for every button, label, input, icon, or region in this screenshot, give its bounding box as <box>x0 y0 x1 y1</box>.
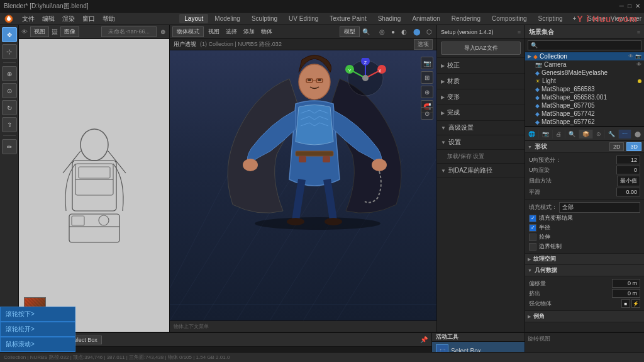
tool-measure[interactable]: ⊕ <box>2 66 17 81</box>
scene-item-mat3[interactable]: ◆ MatShape_657705 <box>525 101 644 110</box>
daz-advanced[interactable]: ▼ 高级设置 <box>437 121 525 135</box>
daz-section-finish[interactable]: ▶ 完成 <box>437 105 525 121</box>
tab-rendering[interactable]: Rendering <box>447 14 486 23</box>
menu-window[interactable]: 窗口 <box>79 14 98 23</box>
search-vp[interactable]: 🔍 <box>362 28 370 35</box>
daz-section-correct[interactable]: ▶ 校正 <box>437 58 525 74</box>
modifier-tab[interactable]: 🔧 <box>605 130 619 139</box>
material-tab[interactable]: ⬤ <box>631 130 644 139</box>
stretch-row[interactable]: 拉伸 <box>529 232 640 242</box>
object-menu-btn[interactable]: 物体 <box>259 28 274 36</box>
render-props-tab[interactable]: 📷 <box>539 130 553 139</box>
daz-path[interactable]: ▼ 到DAZ库的路径 <box>437 164 525 178</box>
render-icon-c[interactable]: 📷 <box>635 54 641 59</box>
tab-texture-paint[interactable]: Texture Paint <box>325 14 371 23</box>
smooth-input[interactable] <box>616 188 640 196</box>
menu-render[interactable]: 渲染 <box>59 14 78 23</box>
daz-options[interactable]: ≡ <box>518 29 521 35</box>
close-btn[interactable]: ✕ <box>635 3 640 9</box>
daz-settings[interactable]: ▼ 设置 <box>437 135 525 150</box>
options-btn[interactable]: 选项 <box>414 39 433 50</box>
fill-deform-row[interactable]: ✓ 填充变形结果 <box>529 213 640 223</box>
texture-space-header[interactable]: ▶ 纹理空间 <box>525 254 644 265</box>
tool-rotate[interactable]: ↻ <box>2 100 17 115</box>
minimize-btn[interactable]: ─ <box>619 3 624 9</box>
tab-uv-editing[interactable]: UV Editing <box>284 14 323 23</box>
view-props-tab[interactable]: 🔍 <box>565 130 579 139</box>
image-label[interactable]: 图像 <box>60 26 79 37</box>
blender-icon[interactable] <box>3 14 15 24</box>
scene-item-collection[interactable]: ▶ ◆ Collection 👁 📷 <box>525 52 644 60</box>
extrude-input[interactable] <box>612 289 640 298</box>
object-props-tab[interactable]: ⊙ <box>593 130 605 139</box>
mode-select[interactable]: 物体模式 <box>172 26 204 37</box>
xray-toggle[interactable]: ◎ <box>377 28 387 35</box>
toggle-overlays-btn[interactable]: ⊞ <box>421 71 433 84</box>
menu-edit[interactable]: 编辑 <box>39 14 58 23</box>
path-checkbox[interactable]: ✓ <box>529 224 536 232</box>
scene-item-camera[interactable]: 📷 Camera 👁 <box>525 60 644 69</box>
scene-item-mat5[interactable]: ◆ MatShape_657762 <box>525 118 644 126</box>
tab-sculpting[interactable]: Sculpting <box>247 14 282 23</box>
unnamed-img[interactable]: 未命名-nan-66... <box>101 26 157 37</box>
shape-section-header[interactable]: ▼ 形状 2D 3D <box>525 141 644 153</box>
scene-item-mat1[interactable]: ◆ MatShape_656583 <box>525 85 644 93</box>
render-preview[interactable]: ● <box>389 28 397 35</box>
tool-move[interactable]: ✥ <box>2 27 17 42</box>
camera-view-btn[interactable]: 📷 <box>421 57 433 69</box>
bound-checkbox[interactable] <box>529 243 536 251</box>
tab-layout[interactable]: Layout <box>179 14 208 23</box>
scene-col-tab[interactable]: 📦 <box>579 130 593 139</box>
tilt-val[interactable]: 最小值 <box>617 176 640 186</box>
wireframe-view[interactable]: ⬡ <box>425 28 434 35</box>
gizmo-btn[interactable]: ⊕ <box>421 86 433 98</box>
tab-scripting[interactable]: Scripting <box>533 14 568 23</box>
scroll-down-btn[interactable]: 滚轮按下> <box>0 307 75 322</box>
tool-cursor[interactable]: ⊹ <box>2 44 17 59</box>
import-daz-btn[interactable]: 导入DAZ文件 <box>441 42 521 55</box>
path-row[interactable]: ✓ 半径 <box>529 223 640 232</box>
select-menu-btn[interactable]: 选择 <box>224 28 239 36</box>
scene-item-mat2[interactable]: ◆ MatShape_656583.001 <box>525 93 644 101</box>
maximize-btn[interactable]: □ <box>628 3 631 9</box>
corner-header[interactable]: ▶ 例角 <box>525 311 644 322</box>
data-tab-active[interactable]: 〰 <box>619 130 631 139</box>
overlay-toggle[interactable]: 模型 <box>340 26 360 37</box>
scene-search[interactable] <box>528 40 641 50</box>
bound-row[interactable]: 边界钮制 <box>529 242 640 251</box>
scroll-move-btn[interactable]: 鼠标滚动> <box>0 337 75 352</box>
daz-section-material[interactable]: ▶ 材质 <box>437 74 525 89</box>
eye-icon-cam[interactable]: 👁 <box>636 62 641 67</box>
view-label[interactable]: 视图 <box>30 26 49 37</box>
tool-annotate[interactable]: ✏ <box>2 139 17 154</box>
zoom-btn[interactable]: ⊕ <box>159 28 167 35</box>
scene-props-tab[interactable]: 🌐 <box>525 130 539 139</box>
scene-item-eyelash[interactable]: ◆ Genesis8MaleEyelashe <box>525 69 644 77</box>
btn-2d[interactable]: 2D <box>609 142 625 151</box>
btn-3d[interactable]: 3D <box>626 142 641 151</box>
fill-deform-checkbox[interactable]: ✓ <box>529 215 536 222</box>
tab-animation[interactable]: Animation <box>407 14 445 23</box>
navigation-gizmo[interactable]: X Y Z <box>345 58 386 99</box>
tool-zoom[interactable]: ⊙ <box>2 83 17 98</box>
tab-modeling[interactable]: Modeling <box>209 14 245 23</box>
tool-fly[interactable]: ⇧ <box>2 117 17 132</box>
add-menu-btn[interactable]: 添加 <box>242 28 257 36</box>
scene-item-mat4[interactable]: ◆ MatShape_657742 <box>525 110 644 118</box>
menu-file[interactable]: 文件 <box>19 14 38 23</box>
tab-compositing[interactable]: Compositing <box>487 14 532 23</box>
stretch-checkbox[interactable] <box>529 234 536 241</box>
scroll-up-btn[interactable]: 滚轮松开> <box>0 322 75 337</box>
timeline-pin[interactable]: 📌 <box>420 336 428 343</box>
fill-mode-val[interactable]: 全部 <box>559 202 640 213</box>
offset-input[interactable] <box>612 279 640 288</box>
scene-item-light[interactable]: ☀ Light <box>525 77 644 85</box>
scene-options[interactable]: ≡ <box>637 29 640 35</box>
menu-help[interactable]: 帮助 <box>99 14 118 23</box>
daz-loadsave[interactable]: 加载/保存 设置 <box>437 150 525 164</box>
eye-icon-c[interactable]: 👁 <box>628 54 633 59</box>
view-menu-btn[interactable]: 视图 <box>206 28 221 36</box>
proportional-btn[interactable]: ⊙ <box>421 107 433 120</box>
solid-view[interactable]: ⬤ <box>411 28 422 35</box>
material-preview[interactable]: ◐ <box>399 28 409 35</box>
